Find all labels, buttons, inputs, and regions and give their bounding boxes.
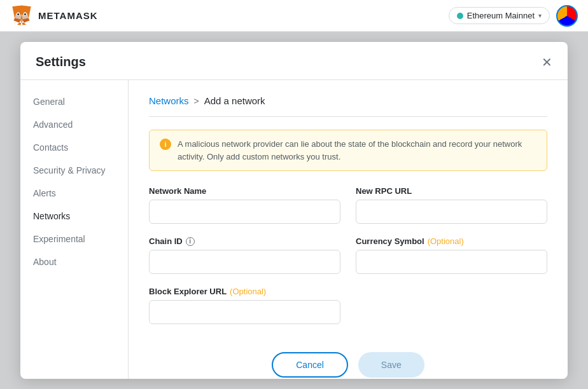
network-name: Ethereum Mainnet bbox=[467, 11, 535, 20]
network-name-group: Network Name bbox=[149, 186, 340, 224]
network-selector[interactable]: Ethereum Mainnet ▾ bbox=[449, 7, 550, 24]
save-button[interactable]: Save bbox=[358, 352, 424, 378]
chain-id-info-icon[interactable]: i bbox=[186, 237, 195, 246]
currency-symbol-input[interactable] bbox=[356, 250, 547, 274]
chain-id-group: Chain ID i bbox=[149, 236, 340, 274]
network-name-input[interactable] bbox=[149, 200, 340, 224]
svg-point-8 bbox=[17, 13, 19, 15]
rpc-url-label: New RPC URL bbox=[356, 186, 547, 196]
close-button[interactable]: ✕ bbox=[542, 56, 552, 69]
sidebar-item-advanced[interactable]: Advanced bbox=[20, 113, 128, 136]
topbar-right: Ethereum Mainnet ▾ bbox=[449, 5, 578, 27]
network-status-dot bbox=[457, 13, 463, 19]
block-explorer-group: Block Explorer URL (Optional) bbox=[149, 287, 547, 324]
form-button-row: Cancel Save bbox=[149, 352, 547, 378]
rpc-url-input[interactable] bbox=[356, 200, 547, 224]
warning-icon: i bbox=[160, 139, 171, 150]
warning-text: A malicious network provider can lie abo… bbox=[178, 138, 536, 163]
currency-symbol-group: Currency Symbol (Optional) bbox=[356, 236, 547, 274]
settings-content: Networks > Add a network i A malicious n… bbox=[129, 80, 568, 379]
breadcrumb-parent[interactable]: Networks bbox=[149, 95, 189, 106]
sidebar-item-contacts[interactable]: Contacts bbox=[20, 136, 128, 159]
sidebar-item-alerts[interactable]: Alerts bbox=[20, 182, 128, 205]
topbar: METAMASK Ethereum Mainnet ▾ bbox=[0, 0, 588, 32]
sidebar-item-security[interactable]: Security & Privacy bbox=[20, 159, 128, 182]
svg-marker-13 bbox=[22, 22, 26, 25]
sidebar-item-networks[interactable]: Networks bbox=[20, 205, 128, 228]
settings-title: Settings bbox=[36, 55, 86, 69]
breadcrumb-current: Add a network bbox=[204, 95, 265, 106]
block-explorer-optional: (Optional) bbox=[230, 287, 266, 296]
rpc-url-group: New RPC URL bbox=[356, 186, 547, 224]
modal-overlay: Settings ✕ General Advanced Contacts Sec… bbox=[0, 32, 588, 389]
block-explorer-label: Block Explorer URL (Optional) bbox=[149, 287, 547, 296]
chevron-down-icon: ▾ bbox=[538, 12, 542, 19]
account-avatar[interactable] bbox=[556, 5, 578, 27]
metamask-logo-icon bbox=[10, 4, 33, 27]
topbar-logo: METAMASK bbox=[10, 4, 98, 27]
settings-header: Settings ✕ bbox=[20, 42, 568, 80]
chain-id-input[interactable] bbox=[149, 250, 340, 274]
breadcrumb-separator: > bbox=[194, 96, 199, 106]
settings-body: General Advanced Contacts Security & Pri… bbox=[20, 80, 568, 379]
sidebar-item-experimental[interactable]: Experimental bbox=[20, 228, 128, 250]
brand-name: METAMASK bbox=[38, 10, 98, 21]
settings-sidebar: General Advanced Contacts Security & Pri… bbox=[20, 80, 129, 379]
svg-marker-12 bbox=[17, 22, 21, 25]
currency-symbol-label: Currency Symbol (Optional) bbox=[356, 236, 547, 246]
warning-banner: i A malicious network provider can lie a… bbox=[149, 130, 547, 171]
cancel-button[interactable]: Cancel bbox=[272, 352, 348, 378]
svg-marker-5 bbox=[20, 19, 23, 22]
block-explorer-input[interactable] bbox=[149, 300, 340, 324]
breadcrumb: Networks > Add a network bbox=[149, 95, 547, 117]
currency-symbol-optional: (Optional) bbox=[428, 236, 464, 246]
settings-modal: Settings ✕ General Advanced Contacts Sec… bbox=[20, 42, 568, 379]
sidebar-item-about[interactable]: About bbox=[20, 250, 128, 273]
svg-point-9 bbox=[24, 13, 26, 15]
network-name-label: Network Name bbox=[149, 186, 340, 196]
sidebar-item-general[interactable]: General bbox=[20, 90, 128, 113]
network-form: Network Name New RPC URL Chain ID i bbox=[149, 186, 547, 378]
chain-id-label: Chain ID i bbox=[149, 236, 340, 246]
